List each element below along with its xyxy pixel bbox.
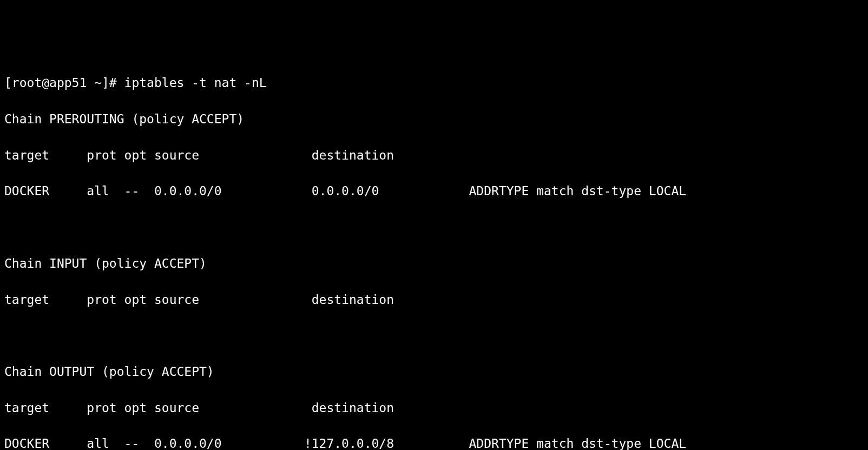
column-headers: target prot opt source destination <box>4 399 864 417</box>
terminal-prompt-line[interactable]: [root@app51 ~]# iptables -t nat -nL <box>4 74 864 92</box>
column-headers: target prot opt source destination <box>4 291 864 309</box>
chain-header: Chain OUTPUT (policy ACCEPT) <box>4 363 864 381</box>
rule-line: DOCKER all -- 0.0.0.0/0 0.0.0.0/0 ADDRTY… <box>4 182 864 200</box>
blank-line <box>4 327 864 345</box>
chain-header: Chain PREROUTING (policy ACCEPT) <box>4 110 864 128</box>
rule-line: DOCKER all -- 0.0.0.0/0 !127.0.0.0/8 ADD… <box>4 435 864 450</box>
blank-line <box>4 219 864 236</box>
chain-header: Chain INPUT (policy ACCEPT) <box>4 255 864 273</box>
column-headers: target prot opt source destination <box>4 147 864 164</box>
